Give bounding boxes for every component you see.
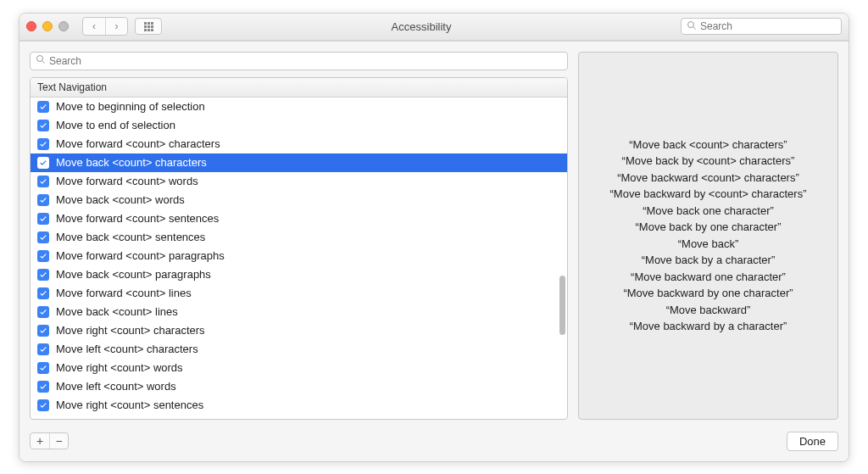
phrase-variant: “Move back by <count> characters” bbox=[610, 153, 807, 170]
nav-buttons: ‹ › bbox=[82, 17, 128, 36]
checkbox[interactable] bbox=[37, 194, 49, 206]
phrase-variant: “Move back by a character” bbox=[610, 252, 807, 269]
back-button[interactable]: ‹ bbox=[83, 18, 105, 35]
list-item-label: Move forward <count> sentences bbox=[56, 212, 219, 225]
list-item-label: Move back <count> lines bbox=[56, 305, 178, 318]
list-item[interactable]: Move back <count> lines bbox=[31, 303, 567, 321]
list-item-label: Move back <count> paragraphs bbox=[56, 268, 211, 281]
commands-sheet: Text Navigation Move to beginning of sel… bbox=[19, 41, 849, 461]
list-item[interactable]: Move back <count> sentences bbox=[31, 228, 567, 247]
toolbar-search-input[interactable] bbox=[700, 20, 836, 32]
list-item-label: Move left <count> characters bbox=[56, 343, 198, 355]
search-icon bbox=[36, 54, 46, 67]
phrase-variant: “Move backward by <count> characters” bbox=[610, 186, 807, 203]
phrase-variant: “Move backward by a character” bbox=[610, 318, 807, 335]
checkbox[interactable] bbox=[37, 176, 49, 187]
list-item-label: Move forward <count> words bbox=[56, 175, 198, 187]
list-item-label: Move left <count> words bbox=[56, 380, 176, 393]
checkbox[interactable] bbox=[37, 231, 49, 243]
grid-icon bbox=[144, 22, 153, 31]
phrase-variant: “Move backward one character” bbox=[610, 269, 807, 286]
show-all-button[interactable] bbox=[135, 18, 162, 35]
list-item-label: Move right <count> words bbox=[56, 361, 183, 374]
phrase-variant: “Move backward by one character” bbox=[610, 285, 807, 302]
list-item[interactable]: Move forward <count> paragraphs bbox=[31, 247, 567, 265]
search-icon bbox=[687, 20, 697, 33]
checkbox[interactable] bbox=[37, 101, 49, 113]
phrase-variant: “Move back one character” bbox=[610, 203, 807, 220]
list-item[interactable]: Move forward <count> words bbox=[31, 172, 567, 191]
checkbox[interactable] bbox=[37, 399, 49, 411]
scrollbar-thumb[interactable] bbox=[559, 276, 565, 335]
chevron-left-icon: ‹ bbox=[92, 20, 96, 32]
list-item[interactable]: Move right <count> sentences bbox=[31, 396, 567, 415]
svg-line-1 bbox=[693, 26, 696, 29]
checkbox[interactable] bbox=[37, 157, 49, 169]
phrase-variant: “Move back <count> characters” bbox=[610, 137, 807, 153]
list-item-label: Move back <count> words bbox=[56, 193, 185, 206]
zoom-window-button[interactable] bbox=[58, 21, 69, 31]
window-title: Accessibility bbox=[392, 20, 452, 33]
checkbox[interactable] bbox=[37, 269, 49, 281]
checkbox[interactable] bbox=[37, 250, 49, 262]
list-item[interactable]: Move forward <count> sentences bbox=[31, 209, 567, 228]
checkbox[interactable] bbox=[37, 325, 49, 337]
list-item[interactable]: Move back <count> characters bbox=[31, 153, 567, 172]
svg-point-2 bbox=[37, 56, 43, 62]
phrase-variant: “Move back by one character” bbox=[610, 219, 807, 236]
add-remove-segment: + − bbox=[30, 432, 69, 449]
left-pane: Text Navigation Move to beginning of sel… bbox=[30, 52, 568, 420]
checkbox[interactable] bbox=[37, 213, 49, 225]
list-item-label: Move right <count> characters bbox=[56, 324, 205, 337]
preferences-window: ‹ › Accessibility bbox=[19, 13, 849, 462]
bottom-bar: + − Done bbox=[30, 428, 838, 451]
checkbox[interactable] bbox=[37, 120, 49, 131]
svg-line-3 bbox=[42, 61, 45, 64]
list-item[interactable]: Move right <count> words bbox=[31, 359, 567, 377]
close-window-button[interactable] bbox=[26, 21, 36, 31]
phrase-variant: “Move back” bbox=[610, 236, 807, 253]
remove-button[interactable]: − bbox=[49, 433, 68, 449]
traffic-lights bbox=[26, 21, 69, 31]
checkbox[interactable] bbox=[37, 306, 49, 318]
forward-button[interactable]: › bbox=[105, 18, 127, 35]
minimize-window-button[interactable] bbox=[42, 21, 53, 31]
phrase-list: “Move back <count> characters”“Move back… bbox=[610, 137, 807, 335]
phrases-pane: “Move back <count> characters”“Move back… bbox=[578, 52, 838, 420]
checkbox[interactable] bbox=[37, 343, 49, 355]
list-item-label: Move right <count> sentences bbox=[56, 399, 203, 411]
checkbox[interactable] bbox=[37, 287, 49, 299]
checkbox[interactable] bbox=[37, 138, 49, 150]
list-section-header: Text Navigation bbox=[31, 78, 567, 98]
list-item[interactable]: Move to beginning of selection bbox=[31, 98, 567, 116]
list-item[interactable]: Move back <count> words bbox=[31, 191, 567, 209]
list-item[interactable]: Move forward <count> characters bbox=[31, 135, 567, 153]
commands-list: Text Navigation Move to beginning of sel… bbox=[30, 77, 568, 420]
list-item-label: Move to end of selection bbox=[56, 119, 175, 131]
list-item[interactable]: Move forward <count> lines bbox=[31, 284, 567, 303]
list-item-label: Move to beginning of selection bbox=[56, 100, 205, 113]
phrase-variant: “Move backward <count> characters” bbox=[610, 170, 807, 187]
svg-point-0 bbox=[688, 21, 694, 27]
checkbox[interactable] bbox=[37, 381, 49, 393]
chevron-right-icon: › bbox=[115, 20, 119, 32]
list-item-label: Move forward <count> characters bbox=[56, 137, 220, 150]
list-item[interactable]: Move to end of selection bbox=[31, 116, 567, 135]
list-body[interactable]: Move to beginning of selectionMove to en… bbox=[31, 98, 567, 419]
list-item-label: Move forward <count> lines bbox=[56, 287, 192, 299]
list-item-label: Move forward <count> paragraphs bbox=[56, 249, 225, 262]
list-item-label: Move back <count> characters bbox=[56, 156, 207, 169]
list-item[interactable]: Move left <count> words bbox=[31, 377, 567, 396]
list-item[interactable]: Move left <count> characters bbox=[31, 340, 567, 359]
list-item[interactable]: Move right <count> characters bbox=[31, 321, 567, 340]
done-button[interactable]: Done bbox=[787, 432, 838, 451]
sheet-content: Text Navigation Move to beginning of sel… bbox=[30, 52, 838, 420]
checkbox[interactable] bbox=[37, 362, 49, 374]
list-item[interactable]: Move back <count> paragraphs bbox=[31, 265, 567, 284]
toolbar-search[interactable] bbox=[681, 18, 842, 35]
add-button[interactable]: + bbox=[31, 433, 49, 449]
commands-search[interactable] bbox=[30, 52, 568, 70]
phrase-variant: “Move backward” bbox=[610, 302, 807, 319]
list-item-label: Move back <count> sentences bbox=[56, 231, 205, 243]
commands-search-input[interactable] bbox=[49, 55, 562, 67]
